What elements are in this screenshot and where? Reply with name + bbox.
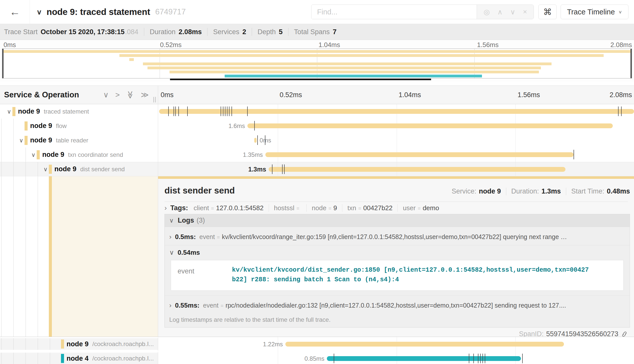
tree-depth-guide bbox=[26, 338, 26, 350]
tags-title: Tags: bbox=[170, 204, 188, 212]
tag-equals: = bbox=[297, 206, 300, 211]
back-button[interactable]: ← bbox=[0, 0, 30, 24]
span-duration-bar[interactable] bbox=[269, 167, 565, 172]
tree-chevron-icon[interactable]: ∨ bbox=[18, 137, 24, 144]
duration-label: Duration: bbox=[511, 187, 539, 195]
expand-all-icon[interactable]: ≫ bbox=[126, 91, 134, 99]
span-tree-cell[interactable]: ∨node 9txn coordinator send bbox=[0, 147, 158, 162]
span-tree-cell[interactable]: ∨node 9traced statement bbox=[0, 104, 158, 119]
summary-item-value: October 15 2020, 17:38:15 bbox=[41, 28, 125, 36]
timeline-gridline bbox=[397, 133, 397, 147]
span-duration-bar[interactable] bbox=[247, 123, 613, 128]
minimap-span-bar bbox=[225, 75, 482, 77]
tree-depth-guide bbox=[26, 353, 26, 364]
expand-one-icon[interactable]: ∨ bbox=[103, 91, 109, 99]
tag-separator bbox=[342, 204, 342, 212]
service-operation-title: Service & Operation bbox=[4, 90, 103, 99]
tree-depth-guide bbox=[38, 176, 38, 337]
clear-find-icon[interactable]: × bbox=[523, 8, 527, 16]
tags-toggle-row[interactable]: › Tags: client=127.0.0.1:54582hostssl=no… bbox=[164, 204, 630, 212]
tree-depth-guide bbox=[1, 119, 2, 133]
tag-item: user=demo bbox=[403, 204, 439, 212]
minimap-time-label: 1.04ms bbox=[319, 41, 340, 49]
collapse-one-icon[interactable]: > bbox=[115, 91, 120, 99]
span-row[interactable]: ∨node 9txn coordinator send1.35ms bbox=[0, 147, 634, 162]
keyboard-shortcuts-button[interactable]: ⌘ bbox=[538, 5, 557, 19]
span-row[interactable]: node 9flow1.6ms bbox=[0, 119, 634, 133]
log-entry-toggle[interactable]: ›0.55ms:event=rpc/nodedialer/nodedialer.… bbox=[169, 295, 625, 314]
summary-separator bbox=[288, 28, 288, 36]
logs-toggle-header[interactable]: ∨ Logs (3) bbox=[165, 214, 630, 227]
column-resizer-handle[interactable] bbox=[153, 97, 156, 102]
log-entry-toggle[interactable]: ›0.5ms:event=kv/kvclient/kvcoord/range_i… bbox=[169, 227, 625, 245]
find-input[interactable] bbox=[311, 5, 477, 19]
service-color-block bbox=[61, 354, 64, 363]
link-icon[interactable] bbox=[621, 331, 628, 338]
minimap-time-label: 0.52ms bbox=[160, 41, 182, 49]
chevron-down-icon: ∨ bbox=[169, 217, 174, 224]
collapse-all-icon[interactable]: ≫ bbox=[141, 91, 149, 99]
minimap-canvas[interactable] bbox=[2, 49, 632, 78]
tree-depth-guide bbox=[13, 353, 14, 364]
locate-icon[interactable]: ◎ bbox=[483, 8, 490, 16]
span-row[interactable]: ∨node 9table reader0ms bbox=[0, 133, 634, 147]
span-tree-cell[interactable]: node 4/cockroach.roachpb.I... bbox=[0, 351, 158, 364]
span-row[interactable]: node 4/cockroach.roachpb.I...0.85ms bbox=[0, 351, 634, 364]
ruler-time-label: 1.56ms bbox=[518, 91, 540, 99]
log-entry: ∨0.54mseventkv/kvclient/kvcoord/dist_sen… bbox=[165, 245, 630, 291]
tag-item: hostssl= bbox=[274, 204, 302, 212]
span-row[interactable]: node 9/cockroach.roachpb.I...1.22ms bbox=[0, 337, 634, 351]
span-duration-label: 1.22ms bbox=[263, 341, 283, 348]
tree-depth-guide bbox=[13, 133, 14, 147]
tag-value: demo bbox=[423, 204, 439, 212]
minimap-left-scrubber[interactable] bbox=[2, 49, 4, 78]
prev-match-icon[interactable]: ∧ bbox=[497, 8, 503, 16]
operation-name: table reader bbox=[56, 137, 88, 144]
span-row[interactable]: ∨node 9dist sender send1.3ms bbox=[0, 162, 634, 176]
tree-depth-guide bbox=[1, 353, 2, 364]
tags-list: client=127.0.0.1:54582hostssl=node=9txn=… bbox=[194, 204, 439, 212]
tag-key: user bbox=[403, 204, 416, 212]
jaeger-trace-timeline-page: ← ∨ node 9: traced statement 6749717 ◎ ∧… bbox=[0, 0, 634, 364]
log-entry-toggle[interactable]: ∨0.54ms bbox=[169, 245, 625, 260]
trace-minimap: 0ms0.52ms1.04ms1.56ms2.08ms bbox=[0, 40, 634, 81]
tag-separator bbox=[306, 204, 307, 212]
start-time-label: Start Time: bbox=[571, 187, 604, 195]
span-tree-cell[interactable]: node 9flow bbox=[0, 119, 158, 133]
trace-view-dropdown[interactable]: Trace Timeline ∨ bbox=[561, 5, 628, 19]
summary-item: Duration2.08ms bbox=[150, 28, 202, 36]
minimap-scroll-indicator[interactable] bbox=[170, 79, 431, 80]
minimap-span-bar bbox=[119, 54, 604, 57]
tree-chevron-icon[interactable]: ∨ bbox=[30, 151, 36, 158]
span-duration-bar[interactable] bbox=[327, 356, 521, 361]
ruler-time-label: 0.52ms bbox=[280, 91, 302, 99]
span-timeline-cell bbox=[158, 104, 634, 119]
next-match-icon[interactable]: ∨ bbox=[510, 8, 515, 16]
minimap-right-scrubber[interactable] bbox=[630, 49, 632, 78]
span-duration-bar[interactable] bbox=[159, 109, 634, 114]
chevron-down-icon: ∨ bbox=[618, 9, 622, 14]
log-field-key: event bbox=[178, 265, 232, 284]
span-tree-cell[interactable]: ∨node 9table reader bbox=[0, 133, 158, 147]
minimap-span-bar bbox=[147, 67, 541, 69]
title-collapse-icon[interactable]: ∨ bbox=[36, 8, 42, 16]
log-marker-tick bbox=[480, 354, 481, 363]
span-duration-bar[interactable] bbox=[265, 152, 574, 157]
span-duration-bar[interactable] bbox=[285, 342, 564, 347]
tree-depth-guide bbox=[38, 353, 38, 364]
span-duration-bar[interactable] bbox=[254, 138, 257, 143]
summary-separator bbox=[144, 28, 144, 36]
span-row[interactable]: ∨node 9traced statement bbox=[0, 104, 634, 119]
tag-value: 127.0.0.1:54582 bbox=[216, 204, 264, 212]
log-timestamp: 0.55ms: bbox=[175, 302, 200, 309]
chevron-down-icon: ∨ bbox=[169, 249, 174, 256]
service-name: node 9 bbox=[67, 340, 89, 348]
span-tree-cell[interactable]: ∨node 9dist sender send bbox=[0, 162, 158, 176]
log-marker-tick bbox=[272, 164, 272, 174]
log-marker-tick bbox=[229, 106, 229, 116]
ruler-time-label: 1.04ms bbox=[399, 91, 421, 99]
span-timeline-area bbox=[159, 104, 634, 119]
span-tree-cell[interactable]: node 9/cockroach.roachpb.I... bbox=[0, 337, 158, 351]
tree-chevron-icon[interactable]: ∨ bbox=[6, 108, 12, 115]
tree-chevron-icon[interactable]: ∨ bbox=[43, 166, 49, 173]
